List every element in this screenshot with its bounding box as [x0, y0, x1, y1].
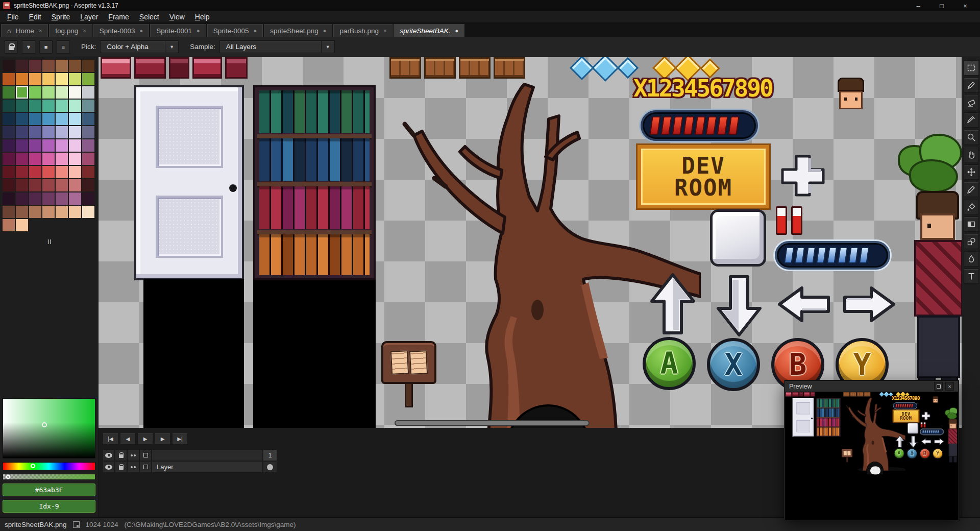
palette-swatch[interactable] — [29, 179, 41, 191]
tab-sprite-0005[interactable]: Sprite-0005 ● — [207, 24, 263, 37]
tab-close-icon[interactable]: × — [383, 28, 386, 34]
cel-frame-1[interactable] — [263, 461, 277, 473]
palette-swatch[interactable] — [29, 100, 41, 112]
hue-slider[interactable] — [3, 462, 95, 470]
menu-file[interactable]: File — [2, 12, 24, 21]
index-color-button[interactable]: Idx-9 — [3, 500, 95, 513]
move-tool[interactable] — [964, 164, 979, 180]
palette-swatch[interactable] — [69, 100, 81, 112]
palette-swatch[interactable] — [69, 60, 81, 72]
palette-swatch[interactable] — [16, 166, 28, 178]
palette-swatch[interactable] — [69, 86, 81, 99]
paint-bucket-tool[interactable] — [964, 199, 979, 214]
rectangular-marquee-tool[interactable] — [964, 60, 979, 76]
horizontal-scrollbar[interactable] — [395, 420, 590, 426]
palette-swatch[interactable] — [56, 60, 68, 72]
palette-swatch[interactable] — [16, 100, 28, 112]
palette-swatch[interactable] — [82, 192, 94, 205]
previous-frame-button[interactable]: ◀ — [120, 433, 136, 445]
alpha-slider[interactable] — [3, 474, 95, 480]
tab-modified-icon[interactable]: ● — [140, 28, 143, 34]
palette-swatch[interactable] — [16, 139, 28, 152]
layer-lock-toggle[interactable] — [115, 461, 127, 473]
palette-swatch[interactable] — [82, 139, 94, 152]
tab-parbush-png[interactable]: parBush.png × — [333, 24, 393, 37]
palette-swatch[interactable] — [42, 126, 55, 138]
palette-swatch[interactable] — [82, 206, 94, 218]
palette-swatch[interactable] — [29, 139, 41, 152]
first-frame-button[interactable]: |◀ — [103, 433, 118, 445]
palette-swatch[interactable] — [3, 153, 15, 165]
palette-swatch[interactable] — [82, 73, 94, 85]
preview-title-bar[interactable]: Preview × — [785, 381, 958, 392]
palette-sort-button[interactable]: ▼ — [22, 40, 35, 54]
palette-swatch[interactable] — [29, 192, 41, 205]
palette-presets-button[interactable]: ■ — [39, 40, 53, 54]
last-frame-button[interactable]: ▶| — [172, 433, 188, 445]
lock-button[interactable] — [5, 40, 18, 54]
layer-options-button[interactable] — [139, 461, 152, 473]
palette-swatch[interactable] — [82, 100, 94, 112]
palette-swatch[interactable] — [56, 206, 68, 218]
palette-swatch[interactable] — [29, 86, 41, 99]
palette-swatch[interactable] — [56, 86, 68, 99]
palette-swatch[interactable] — [69, 166, 81, 178]
hue-cursor[interactable] — [31, 464, 35, 468]
visibility-column-toggle[interactable] — [103, 449, 115, 461]
palette-swatch[interactable] — [56, 192, 68, 205]
minimize-button[interactable]: – — [906, 0, 930, 11]
palette-swatch[interactable] — [3, 139, 15, 152]
palette-swatch[interactable] — [3, 60, 15, 72]
palette-swatch[interactable] — [16, 126, 28, 138]
play-button[interactable]: ▶ — [137, 433, 153, 445]
palette-swatch[interactable] — [42, 86, 55, 99]
pencil-tool[interactable] — [964, 78, 979, 93]
palette-swatch[interactable] — [3, 73, 15, 85]
palette-swatch[interactable] — [16, 113, 28, 125]
palette-swatch[interactable] — [82, 113, 94, 125]
menu-frame[interactable]: Frame — [103, 12, 134, 21]
tab-sprite-0001[interactable]: Sprite-0001 ● — [150, 24, 206, 37]
palette-swatch[interactable] — [16, 179, 28, 191]
palette-swatch[interactable] — [82, 153, 94, 165]
palette-swatch[interactable] — [16, 192, 28, 205]
chevron-down-icon[interactable]: ▼ — [322, 40, 335, 53]
palette-swatch[interactable] — [42, 100, 55, 112]
palette-swatch[interactable] — [69, 206, 81, 218]
palette-swatch[interactable] — [29, 166, 41, 178]
hex-color-button[interactable]: #63ab3F — [3, 484, 95, 496]
palette-swatch[interactable] — [3, 166, 15, 178]
palette-swatch[interactable] — [42, 60, 55, 72]
layer-visibility-toggle[interactable] — [103, 461, 115, 473]
palette-swatch[interactable] — [3, 113, 15, 125]
tab-modified-icon[interactable]: ● — [254, 28, 257, 34]
palette-swatch[interactable] — [56, 166, 68, 178]
tab-spritesheetbak-png-active[interactable]: spriteSheetBAK. ● — [394, 24, 464, 37]
palette-swatch[interactable] — [3, 179, 15, 191]
shapes-tool[interactable] — [964, 234, 979, 249]
tab-close-icon[interactable]: × — [39, 28, 42, 34]
palette-swatch[interactable] — [56, 73, 68, 85]
menu-layer[interactable]: Layer — [75, 12, 103, 21]
palette-swatch[interactable] — [16, 153, 28, 165]
palette-menu-button[interactable]: ≡ — [57, 40, 70, 54]
palette-swatch[interactable] — [29, 60, 41, 72]
palette-swatch[interactable] — [29, 206, 41, 218]
palette-swatch[interactable] — [29, 153, 41, 165]
zoom-tool[interactable] — [964, 130, 979, 145]
hand-tool[interactable] — [964, 147, 979, 162]
palette-swatch[interactable] — [42, 206, 55, 218]
palette-swatch[interactable] — [42, 153, 55, 165]
menu-sprite[interactable]: Sprite — [46, 12, 76, 21]
palette-swatch[interactable] — [29, 73, 41, 85]
maximize-button[interactable]: □ — [930, 0, 953, 11]
preview-close-button[interactable]: × — [945, 382, 954, 391]
lock-column-toggle[interactable] — [115, 449, 127, 461]
palette-swatch[interactable] — [16, 206, 28, 218]
palette-swatch[interactable] — [82, 166, 94, 178]
eyedropper-tool[interactable] — [964, 112, 979, 128]
layer-name[interactable]: Layer — [152, 461, 263, 473]
menu-help[interactable]: Help — [190, 12, 215, 21]
palette-swatch[interactable] — [56, 100, 68, 112]
gradient-tool[interactable] — [964, 216, 979, 232]
